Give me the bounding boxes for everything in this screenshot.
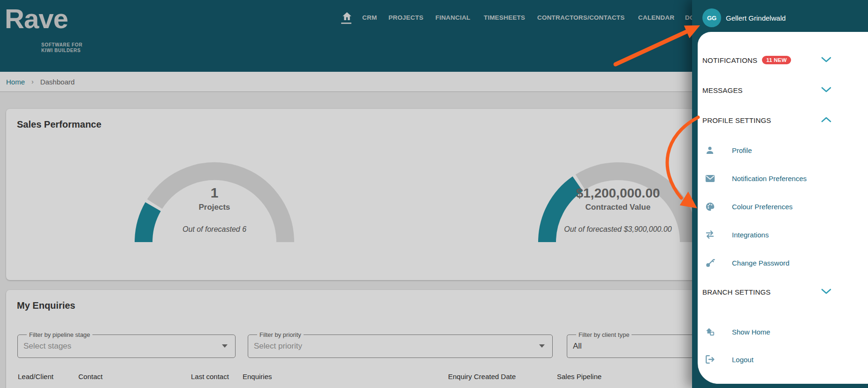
notifications-label: NOTIFICATIONS — [702, 56, 757, 64]
user-dropdown: GG Gellert Grindelwald NOTIFICATIONS 11 … — [692, 0, 868, 388]
user-dropdown-panel: NOTIFICATIONS 11 NEW MESSAGES PROFILE SE… — [698, 32, 868, 384]
menu-item-label: Integrations — [732, 231, 769, 239]
user-name: Gellert Grindelwald — [726, 14, 786, 22]
branch-settings-label: BRANCH SETTINGS — [702, 288, 771, 296]
person-icon — [705, 145, 715, 155]
menu-section-branch-settings[interactable]: BRANCH SETTINGS — [698, 282, 868, 301]
chevron-down-icon[interactable] — [821, 56, 831, 64]
chevron-down-icon[interactable] — [821, 86, 831, 94]
menu-item-label: Profile — [732, 146, 752, 154]
swap-arrows-icon — [705, 229, 715, 240]
key-icon — [705, 258, 715, 268]
menu-section-messages[interactable]: MESSAGES — [698, 81, 868, 99]
envelope-icon — [705, 173, 715, 183]
menu-section-profile-settings[interactable]: PROFILE SETTINGS — [698, 111, 868, 129]
messages-label: MESSAGES — [702, 86, 743, 94]
menu-item-label: Change Password — [732, 259, 790, 267]
profile-settings-label: PROFILE SETTINGS — [702, 116, 771, 124]
menu-item-profile[interactable]: Profile — [698, 140, 868, 160]
menu-item-colour-preferences[interactable]: Colour Preferences — [698, 196, 868, 217]
palette-icon — [705, 201, 715, 212]
menu-item-integrations[interactable]: Integrations — [698, 224, 868, 245]
logout-icon — [705, 354, 715, 365]
menu-item-notification-preferences[interactable]: Notification Preferences — [698, 168, 868, 189]
chevron-up-icon[interactable] — [821, 116, 831, 124]
menu-section-notifications[interactable]: NOTIFICATIONS 11 NEW — [698, 51, 868, 69]
user-avatar[interactable]: GG — [702, 8, 721, 27]
menu-item-label: Show Home — [732, 328, 770, 336]
notifications-count-badge: 11 NEW — [762, 56, 791, 64]
menu-item-change-password[interactable]: Change Password — [698, 252, 868, 273]
menu-item-show-home[interactable]: Show Home — [698, 321, 868, 342]
menu-item-label: Notification Preferences — [732, 175, 807, 183]
menu-item-label: Colour Preferences — [732, 203, 792, 211]
chevron-down-icon[interactable] — [821, 288, 831, 296]
home-arrow-icon — [705, 327, 715, 337]
menu-item-logout[interactable]: Logout — [698, 349, 868, 370]
menu-item-label: Logout — [732, 356, 754, 364]
